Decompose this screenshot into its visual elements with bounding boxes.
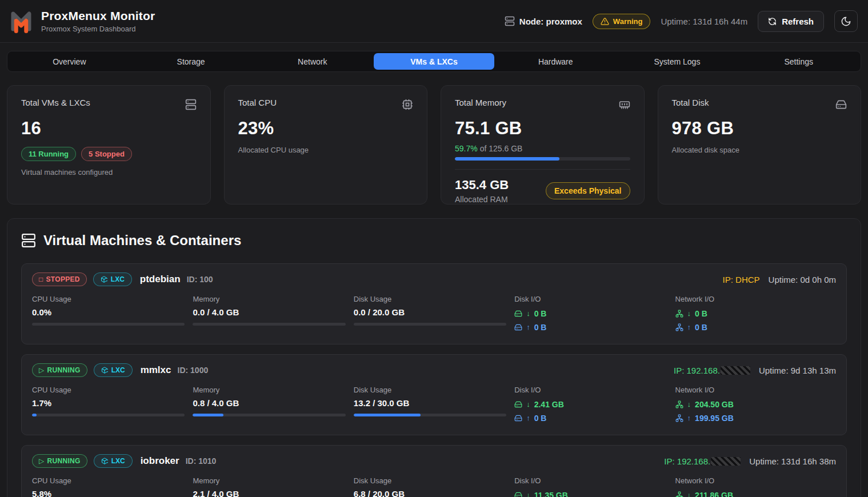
tab-hardware[interactable]: Hardware — [495, 53, 616, 70]
vm-ip: IP: 192.168. — [664, 456, 741, 466]
stat-label: Disk I/O — [514, 476, 675, 485]
tab-overview[interactable]: Overview — [9, 53, 130, 70]
card-total-cpu: Total CPU 23% Allocated CPU usage — [224, 85, 428, 205]
arrow-up-icon: ↑ — [687, 323, 691, 331]
status-badge: ▷ RUNNING — [32, 363, 87, 377]
arrow-up-icon: ↑ — [687, 414, 691, 422]
status-badge: ▷ RUNNING — [32, 454, 87, 468]
memory-value: 0.8 / 4.0 GB — [193, 398, 353, 408]
status-icon: ▷ — [39, 366, 45, 374]
arrow-up-icon: ↑ — [526, 323, 530, 331]
memory-used-value: 75.1 GB — [455, 118, 630, 139]
type-label: LXC — [111, 275, 125, 283]
stat-memory: Memory 0.0 / 4.0 GB — [193, 295, 353, 333]
server-icon — [505, 16, 515, 26]
refresh-button[interactable]: Refresh — [758, 11, 824, 32]
vm-section: Virtual Machines & Containers □ STOPPED … — [7, 218, 861, 497]
card-title: Total VMs & LXCs — [21, 98, 90, 107]
page-subtitle: Proxmox System Dashboard — [41, 25, 155, 33]
network-icon — [675, 310, 683, 318]
app-header: ProxMenux Monitor Proxmox System Dashboa… — [0, 0, 868, 43]
vm-row: □ STOPPED LXC ptdebian ID: 100 IP: DHCP … — [21, 263, 847, 344]
network-in-value: 204.50 GB — [695, 400, 734, 409]
divider — [455, 169, 630, 170]
stat-label: Network I/O — [675, 476, 836, 485]
arrow-down-icon: ↓ — [526, 491, 530, 497]
vm-row: ▷ RUNNING LXC mmlxc ID: 1000 IP: 192.168… — [21, 354, 847, 435]
card-caption: Allocated disk space — [672, 146, 847, 154]
hard-drive-icon — [835, 98, 847, 110]
app-logo — [9, 9, 33, 33]
vm-ip-text: IP: 192.168. — [674, 366, 720, 375]
memory-icon — [619, 98, 630, 110]
network-icon — [675, 323, 683, 331]
disk-value: 0.0 / 20.0 GB — [354, 307, 514, 317]
vm-count-value: 16 — [21, 118, 197, 139]
stat-label: Memory — [193, 295, 353, 303]
stat-cpu: CPU Usage 5.8% — [32, 476, 193, 497]
stat-label: Disk I/O — [514, 295, 675, 303]
stat-disk: Disk Usage 6.8 / 20.0 GB — [354, 476, 514, 497]
stat-disk: Disk Usage 13.2 / 30.0 GB — [354, 386, 514, 424]
disk-io-read: ↓ 0 B — [514, 307, 675, 319]
cpu-bar — [32, 414, 185, 416]
stat-label: Network I/O — [675, 386, 836, 394]
server-icon — [21, 233, 36, 248]
stat-label: Disk Usage — [354, 295, 514, 303]
memory-bar-fill — [193, 414, 223, 416]
stat-disk-io: Disk I/O ↓ 2.41 GB — [514, 386, 675, 424]
stat-cpu: CPU Usage 1.7% — [32, 386, 193, 424]
stat-label: Disk I/O — [514, 386, 675, 394]
disk-read-value: 2.41 GB — [534, 400, 564, 409]
lxc-badge: LXC — [94, 454, 133, 468]
cpu-value: 1.7% — [32, 398, 193, 408]
tab-settings[interactable]: Settings — [738, 53, 859, 70]
memory-value: 2.1 / 4.0 GB — [193, 489, 353, 497]
status-label: RUNNING — [47, 366, 81, 374]
card-caption: Virtual machines configured — [21, 168, 197, 177]
stat-label: Memory — [193, 386, 353, 394]
vm-list: □ STOPPED LXC ptdebian ID: 100 IP: DHCP … — [21, 263, 847, 497]
moon-icon — [841, 16, 851, 27]
cpu-usage-value: 23% — [238, 118, 414, 139]
network-in-value: 0 B — [695, 309, 707, 318]
stat-cpu: CPU Usage 0.0% — [32, 295, 193, 333]
allocated-ram-value: 135.4 GB — [455, 178, 509, 193]
page-title: ProxMenux Monitor — [41, 9, 155, 23]
vm-name: ptdebian — [140, 274, 181, 285]
disk-read-value: 0 B — [534, 309, 547, 318]
arrow-up-icon: ↑ — [526, 414, 530, 422]
hard-drive-icon — [514, 414, 522, 422]
stat-disk-io: Disk I/O ↓ 0 B ↑ — [514, 295, 675, 333]
vm-ip: IP: 192.168. — [674, 366, 750, 375]
tab-vms-lxcs[interactable]: VMs & LXCs — [374, 53, 494, 70]
warning-label: Warning — [613, 17, 643, 26]
main-tabbar: Overview Storage Network VMs & LXCs Hard… — [7, 51, 861, 72]
hard-drive-icon — [514, 323, 522, 331]
card-total-memory: Total Memory 75.1 GB 59.7%of 125.6 GB 13… — [441, 85, 645, 205]
node-info: Node: proxmox — [505, 16, 582, 26]
exceeds-physical-badge: Exceeds Physical — [546, 182, 630, 199]
network-icon — [675, 400, 683, 408]
stat-network-io: Network I/O ↓ 211.86 GB — [675, 476, 836, 497]
stat-memory: Memory 0.8 / 4.0 GB — [193, 386, 353, 424]
refresh-icon — [768, 17, 777, 26]
vm-id: ID: 1010 — [186, 456, 217, 466]
stat-disk-io: Disk I/O ↓ 11.35 GB — [514, 476, 675, 497]
arrow-down-icon: ↓ — [526, 400, 530, 408]
cpu-value: 5.8% — [32, 489, 193, 497]
card-total-vms: Total VMs & LXCs 16 11 Running 5 Stopped… — [7, 85, 211, 205]
section-title: Virtual Machines & Containers — [43, 233, 241, 248]
arrow-down-icon: ↓ — [687, 400, 691, 408]
theme-toggle-button[interactable] — [834, 10, 858, 32]
tab-storage[interactable]: Storage — [131, 53, 251, 70]
disk-bar — [354, 414, 506, 416]
summary-cards: Total VMs & LXCs 16 11 Running 5 Stopped… — [7, 85, 861, 205]
memory-percent-line: 59.7%of 125.6 GB — [455, 144, 630, 153]
card-title: Total Disk — [672, 98, 709, 107]
tab-system-logs[interactable]: System Logs — [617, 53, 738, 70]
stat-label: CPU Usage — [32, 476, 193, 485]
refresh-label: Refresh — [782, 17, 814, 26]
stat-label: CPU Usage — [32, 295, 193, 303]
tab-network[interactable]: Network — [252, 53, 373, 70]
